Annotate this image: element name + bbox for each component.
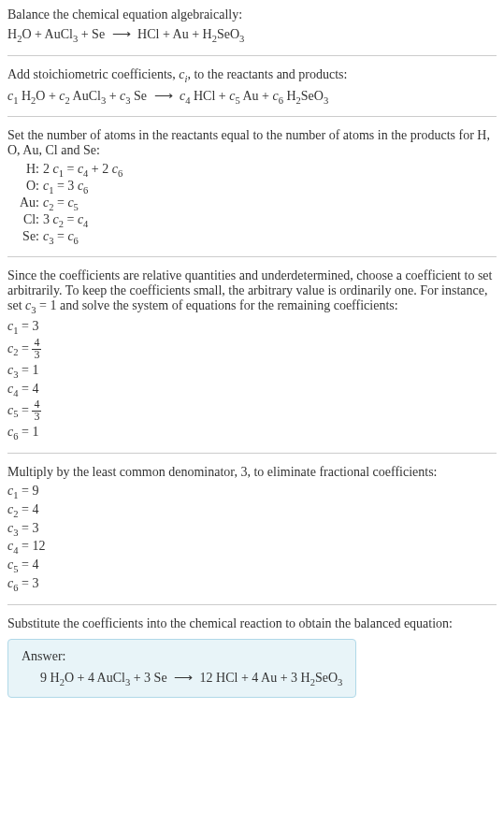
intro-section: Balance the chemical equation algebraica… — [7, 7, 497, 44]
element-label: Se: — [15, 229, 43, 246]
list-item: c3 = 1 — [7, 363, 497, 380]
element-equation: c2 = c5 — [43, 195, 79, 212]
list-item: c1 = 9 — [7, 484, 497, 500]
answer-box: Answer: 9 H2O + 4 AuCl3 + 3 Se ⟶ 12 HCl … — [7, 639, 356, 698]
step2-equation: c1 H2O + c2 AuCl3 + c3 Se ⟶ c4 HCl + c5 … — [7, 88, 497, 106]
coefficient-list: c1 = 9 c2 = 4 c3 = 3 c4 = 12 c5 = 4 c6 =… — [7, 484, 497, 593]
list-item: c2 = 43 — [7, 338, 497, 361]
list-item: c6 = 3 — [7, 576, 497, 593]
coef-value: 12 — [32, 539, 45, 553]
element-equation: c1 = 3 c6 — [43, 179, 88, 195]
step2-section: Add stoichiometric coefficients, ci, to … — [7, 67, 497, 106]
divider — [7, 453, 497, 454]
frac-den: 3 — [32, 412, 41, 423]
step6-section: Substitute the coefficients into the che… — [7, 616, 497, 698]
coef-value: 4 — [32, 502, 38, 516]
intro-equation: H2O + AuCl3 + Se ⟶ HCl + Au + H2SeO3 — [7, 26, 497, 44]
divider — [7, 55, 497, 56]
step5-text: Multiply by the least common denominator… — [7, 465, 497, 480]
element-equation: c3 = c6 — [43, 229, 79, 246]
coef-value: 1 — [32, 425, 38, 439]
step4-section: Since the coefficients are relative quan… — [7, 268, 497, 441]
element-label: O: — [15, 179, 43, 195]
answer-label: Answer: — [22, 649, 342, 664]
step2-text: Add stoichiometric coefficients, ci, to … — [7, 67, 497, 84]
table-row: Se: c3 = c6 — [15, 229, 497, 246]
list-item: c5 = 43 — [7, 399, 497, 423]
divider — [7, 604, 497, 605]
step4-text: Since the coefficients are relative quan… — [7, 268, 497, 315]
coef-value: 3 — [32, 576, 38, 590]
coef-value: 3 — [32, 521, 38, 535]
element-equation: 2 c1 = c4 + 2 c6 — [43, 162, 122, 179]
frac-den: 3 — [32, 350, 41, 361]
coef-value: 1 — [32, 363, 38, 377]
list-item: c5 = 4 — [7, 557, 497, 574]
table-row: O: c1 = 3 c6 — [15, 179, 497, 195]
divider — [7, 256, 497, 257]
atom-equations-table: H: 2 c1 = c4 + 2 c6 O: c1 = 3 c6 Au: c2 … — [15, 162, 497, 245]
coef-value: 3 — [32, 319, 38, 333]
divider — [7, 116, 497, 117]
answer-equation: 9 H2O + 4 AuCl3 + 3 Se ⟶ 12 HCl + 4 Au +… — [22, 670, 342, 688]
step3-text: Set the number of atoms in the reactants… — [7, 128, 497, 158]
list-item: c6 = 1 — [7, 425, 497, 441]
coef-value: 9 — [32, 484, 38, 498]
coefficient-list: c1 = 3 c2 = 43 c3 = 1 c4 = 4 c5 = 43 c6 … — [7, 319, 497, 441]
coef-value: 4 — [32, 382, 38, 396]
element-label: Cl: — [15, 212, 43, 229]
list-item: c2 = 4 — [7, 502, 497, 519]
intro-text: Balance the chemical equation algebraica… — [7, 7, 497, 22]
list-item: c3 = 3 — [7, 521, 497, 538]
table-row: H: 2 c1 = c4 + 2 c6 — [15, 162, 497, 179]
list-item: c4 = 12 — [7, 539, 497, 556]
step5-section: Multiply by the least common denominator… — [7, 465, 497, 593]
element-label: H: — [15, 162, 43, 179]
step3-section: Set the number of atoms in the reactants… — [7, 128, 497, 245]
coef-value: 4 — [32, 557, 38, 572]
list-item: c4 = 4 — [7, 382, 497, 398]
step6-text: Substitute the coefficients into the che… — [7, 616, 497, 631]
element-equation: 3 c2 = c4 — [43, 212, 88, 229]
element-label: Au: — [15, 195, 43, 212]
list-item: c1 = 3 — [7, 319, 497, 336]
table-row: Cl: 3 c2 = c4 — [15, 212, 497, 229]
table-row: Au: c2 = c5 — [15, 195, 497, 212]
